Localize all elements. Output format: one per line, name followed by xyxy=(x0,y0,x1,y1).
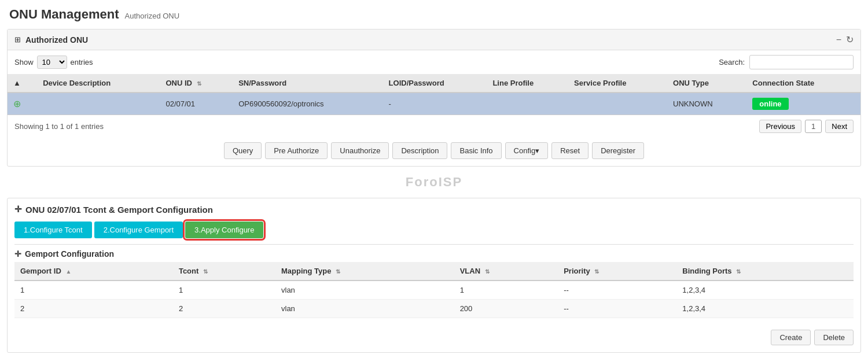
row-select-icon[interactable]: ⊕ xyxy=(8,93,37,115)
deregister-button[interactable]: Deregister xyxy=(592,142,644,159)
table-controls: Show 10 25 50 100 entries Search: xyxy=(8,50,860,74)
unauthorize-button[interactable]: Unauthorize xyxy=(331,142,389,159)
gemport-tcont: 2 xyxy=(173,300,275,318)
table-header-row: ▲ Device Description ONU ID ⇅ SN/Passwor… xyxy=(8,74,860,93)
pagination: Previous 1 Next xyxy=(759,120,854,133)
page-subtitle: Authorized ONU xyxy=(124,12,179,20)
query-button[interactable]: Query xyxy=(224,142,262,159)
gcol-mapping-type[interactable]: Mapping Type ⇅ xyxy=(275,262,454,281)
next-button[interactable]: Next xyxy=(825,120,854,133)
step2-button[interactable]: 2.Configure Gemport xyxy=(94,222,183,238)
row-onu-type: UNKNOWN xyxy=(667,93,746,115)
gemport-priority: -- xyxy=(558,300,676,318)
create-button[interactable]: Create xyxy=(771,330,811,345)
col-loid-password[interactable]: LOID/Password xyxy=(383,74,487,93)
refresh-button[interactable]: ↻ xyxy=(846,34,854,45)
col-onu-id[interactable]: ONU ID ⇅ xyxy=(160,74,233,93)
col-device-description[interactable]: Device Description xyxy=(37,74,160,93)
action-buttons: Query Pre Authorize Unauthorize Descript… xyxy=(8,138,860,166)
col-line-profile[interactable]: Line Profile xyxy=(487,74,568,93)
description-button[interactable]: Description xyxy=(392,142,447,159)
gemport-puzzle-icon: ✛ xyxy=(14,249,21,259)
pre-authorize-button[interactable]: Pre Authorize xyxy=(265,142,328,159)
gemport-id: 2 xyxy=(14,300,173,318)
main-panel: ⊞ Authorized ONU − ↻ Show 10 25 50 100 e… xyxy=(7,29,861,167)
row-device-description xyxy=(37,93,160,115)
basic-info-button[interactable]: Basic Info xyxy=(451,142,501,159)
minimize-button[interactable]: − xyxy=(836,34,841,45)
gemport-tcont: 1 xyxy=(173,281,275,300)
reset-button[interactable]: Reset xyxy=(551,142,589,159)
search-label: Search: xyxy=(719,58,745,67)
step1-button[interactable]: 1.Configure Tcont xyxy=(14,222,92,238)
gemport-section-header: ✛ Gemport Configuration xyxy=(8,245,860,262)
prev-button[interactable]: Previous xyxy=(759,120,801,133)
gemport-section-title: Gemport Configuration xyxy=(25,249,114,259)
show-entries: Show 10 25 50 100 entries xyxy=(14,56,93,69)
gcol-gemport-id[interactable]: Gemport ID ▲ xyxy=(14,262,173,281)
puzzle-icon: ✛ xyxy=(14,204,22,215)
search-input[interactable] xyxy=(749,55,854,69)
panel-header: ⊞ Authorized ONU − ↻ xyxy=(8,29,860,50)
col-sn-password[interactable]: SN/Password xyxy=(233,74,382,93)
onu-section-title: ONU 02/07/01 Tcont & Gemport Configurati… xyxy=(25,205,213,215)
gemport-row: 2 2 vlan 200 -- 1,2,3,4 xyxy=(14,300,854,318)
table-footer: Showing 1 to 1 of 1 entries Previous 1 N… xyxy=(8,115,860,138)
panel-title: Authorized ONU xyxy=(25,35,88,45)
gemport-binding-ports: 1,2,3,4 xyxy=(676,281,854,300)
page-number: 1 xyxy=(805,120,822,133)
panel-header-left: ⊞ Authorized ONU xyxy=(14,35,88,45)
gcol-vlan[interactable]: VLAN ⇅ xyxy=(454,262,558,281)
watermark: ForoISP xyxy=(0,171,868,193)
gemport-header-row: Gemport ID ▲ Tcont ⇅ Mapping Type ⇅ VLAN… xyxy=(14,262,854,281)
row-service-profile xyxy=(568,93,667,115)
show-label: Show xyxy=(14,58,34,67)
gemport-id: 1 xyxy=(14,281,173,300)
delete-button[interactable]: Delete xyxy=(814,330,854,345)
gcol-tcont[interactable]: Tcont ⇅ xyxy=(173,262,275,281)
showing-text: Showing 1 to 1 of 1 entries xyxy=(14,122,104,131)
onu-panel: ✛ ONU 02/07/01 Tcont & Gemport Configura… xyxy=(7,198,861,353)
col-onu-type[interactable]: ONU Type xyxy=(667,74,746,93)
gemport-table-wrap: Gemport ID ▲ Tcont ⇅ Mapping Type ⇅ VLAN… xyxy=(8,262,860,325)
row-connection-state: online xyxy=(746,93,860,115)
gemport-row: 1 1 vlan 1 -- 1,2,3,4 xyxy=(14,281,854,300)
entries-label: entries xyxy=(71,58,93,67)
onu-section-header: ✛ ONU 02/07/01 Tcont & Gemport Configura… xyxy=(8,198,860,218)
config-button[interactable]: Config▾ xyxy=(505,142,549,159)
gemport-priority: -- xyxy=(558,281,676,300)
sort-icon: ▲ xyxy=(13,79,21,87)
gcol-priority[interactable]: Priority ⇅ xyxy=(558,262,676,281)
search-area: Search: xyxy=(719,55,854,69)
gcol-binding-ports[interactable]: Binding Ports ⇅ xyxy=(676,262,854,281)
col-select: ▲ xyxy=(8,74,37,93)
gemport-mapping-type: vlan xyxy=(275,281,454,300)
row-onu-id: 02/07/01 xyxy=(160,93,233,115)
main-table: ▲ Device Description ONU ID ⇅ SN/Passwor… xyxy=(8,74,860,115)
gemport-binding-ports: 1,2,3,4 xyxy=(676,300,854,318)
col-service-profile[interactable]: Service Profile xyxy=(568,74,667,93)
row-line-profile xyxy=(487,93,568,115)
gemport-table: Gemport ID ▲ Tcont ⇅ Mapping Type ⇅ VLAN… xyxy=(14,262,854,318)
page-header: ONU Management Authorized ONU xyxy=(0,0,868,24)
row-loid-password: - xyxy=(383,93,487,115)
row-sn-password: OP6900560092/optronics xyxy=(233,93,382,115)
entries-select[interactable]: 10 25 50 100 xyxy=(37,56,67,69)
bottom-buttons: Create Delete xyxy=(8,325,860,352)
col-connection-state[interactable]: Connection State xyxy=(746,74,860,93)
panel-controls: − ↻ xyxy=(836,34,854,45)
page-title: ONU Management xyxy=(9,7,119,22)
step-buttons: 1.Configure Tcont 2.Configure Gemport 3.… xyxy=(8,218,860,244)
gemport-mapping-type: vlan xyxy=(275,300,454,318)
gemport-vlan: 200 xyxy=(454,300,558,318)
gemport-vlan: 1 xyxy=(454,281,558,300)
panel-grid-icon: ⊞ xyxy=(14,35,21,44)
main-table-wrap: ▲ Device Description ONU ID ⇅ SN/Passwor… xyxy=(8,74,860,115)
step3-button[interactable]: 3.Apply Configure xyxy=(185,222,263,238)
table-row[interactable]: ⊕ 02/07/01 OP6900560092/optronics - UNKN… xyxy=(8,93,860,115)
